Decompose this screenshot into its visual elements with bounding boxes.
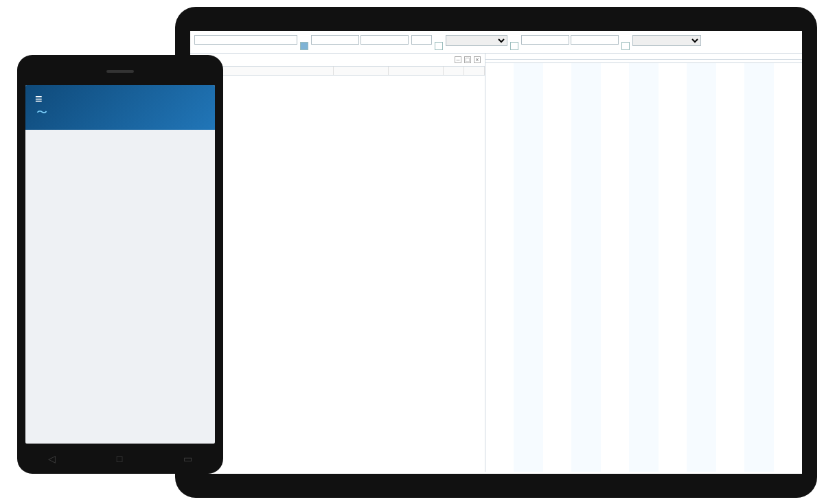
col-end-header [389, 67, 444, 75]
filter-brigade-check[interactable] [435, 42, 443, 50]
col-dur-norm-header [464, 67, 485, 75]
nav-back-icon[interactable]: ◁ [48, 453, 56, 464]
filter-object-check[interactable] [621, 42, 630, 50]
filter-brigade-select[interactable] [446, 35, 507, 46]
filter-object-select[interactable] [632, 35, 701, 46]
minimize-button[interactable]: – [455, 56, 461, 63]
gantt-body[interactable] [485, 63, 802, 472]
filter-close-to[interactable] [571, 35, 619, 45]
close-button[interactable]: × [474, 56, 481, 63]
nav-home-icon[interactable]: □ [117, 453, 122, 464]
filter-text-input[interactable] [194, 35, 297, 45]
filter-date-to[interactable] [360, 35, 409, 45]
filter-date-from[interactable] [311, 35, 359, 45]
col-start-header [334, 67, 389, 75]
phone-header: ≡ 〜 [25, 85, 215, 130]
filter-bar [190, 31, 802, 54]
filter-close-check[interactable] [510, 42, 518, 50]
nav-recent-icon[interactable]: ▭ [183, 453, 192, 464]
pulse-icon: 〜 [36, 106, 47, 118]
tablet-frame: – □ × [175, 7, 817, 498]
filter-close-from[interactable] [521, 35, 569, 45]
table-header [190, 67, 485, 76]
maximize-button[interactable]: □ [464, 56, 471, 63]
col-dur-plan-header [444, 67, 464, 75]
table-body [190, 76, 485, 472]
filter-link-input[interactable] [411, 35, 432, 45]
gantt-pane [485, 54, 802, 472]
work-list-pane: – □ × [190, 54, 485, 472]
filter-date-check[interactable] [300, 42, 308, 50]
phone-speaker [106, 70, 134, 73]
menu-icon[interactable]: ≡ [35, 92, 43, 106]
phone-screen: ≡ 〜 [25, 85, 215, 444]
phone-frame: ≡ 〜 ◁ □ ▭ [17, 55, 223, 474]
tablet-screen: – □ × [190, 31, 802, 474]
phone-nav: ◁ □ ▭ [17, 453, 223, 464]
